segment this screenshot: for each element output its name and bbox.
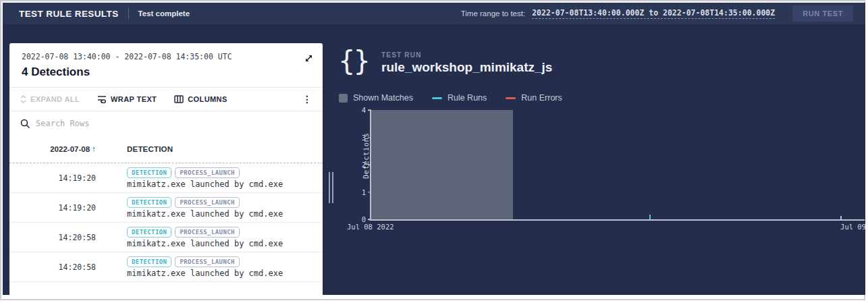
- table-header: 2022-07-08 ↑ DETECTION: [9, 136, 323, 163]
- detection-badge: DETECTION: [127, 227, 171, 238]
- detection-message: mimikatz.exe launched by cmd.exe: [127, 180, 283, 189]
- y-tick-label: 4: [362, 106, 366, 114]
- wrap-text-button[interactable]: WRAP TEXT: [97, 95, 157, 103]
- y-tick-mark: [368, 192, 371, 193]
- y-tick-mark: [368, 219, 371, 220]
- detection-message: mimikatz.exe launched by cmd.exe: [127, 239, 283, 248]
- columns-button[interactable]: COLUMNS: [174, 95, 227, 103]
- title-divider: [128, 8, 129, 19]
- detections-results-card: 2022-07-08 13:40:00 - 2022-07-08 14:35:0…: [9, 43, 323, 295]
- columns-icon: [174, 95, 184, 103]
- x-axis-label-end: Jul 09: [840, 223, 865, 231]
- results-toolbar: EXPAND ALL WRAP TEXT COLUMNS ⋮: [9, 87, 323, 111]
- panel-resize-handle[interactable]: [329, 172, 335, 203]
- y-tick-label: 1: [362, 188, 366, 196]
- detection-message: mimikatz.exe launched by cmd.exe: [127, 269, 283, 278]
- test-status-text: Test complete: [138, 9, 190, 18]
- legend-item-shown-matches[interactable]: Shown Matches: [339, 93, 413, 103]
- shown-matches-swatch: [339, 94, 348, 103]
- shown-matches-region: [371, 110, 513, 219]
- process-launch-badge: PROCESS_LAUNCH: [175, 256, 239, 267]
- rule-runs-swatch: [432, 97, 442, 99]
- detection-badge: DETECTION: [127, 197, 171, 208]
- test-run-label: TEST RUN: [381, 51, 422, 59]
- card-header: 2022-07-08 13:40:00 - 2022-07-08 14:35:0…: [9, 43, 323, 79]
- column-header-detection[interactable]: DETECTION: [127, 145, 173, 153]
- page-title: TEST RULE RESULTS: [19, 9, 119, 19]
- expand-collapse-icon: [20, 95, 26, 103]
- table-row[interactable]: 14:20:58 DETECTION PROCESS_LAUNCH mimika…: [9, 252, 323, 282]
- x-axis-end-tick: [840, 216, 842, 219]
- detections-count: 4 Detections: [22, 65, 313, 79]
- sort-ascending-icon: ↑: [92, 145, 96, 153]
- legend-item-run-errors[interactable]: Run Errors: [506, 93, 562, 103]
- run-test-button[interactable]: RUN TEST: [792, 5, 853, 22]
- process-launch-badge: PROCESS_LAUNCH: [175, 227, 239, 238]
- table-row[interactable]: 14:19:20 DETECTION PROCESS_LAUNCH mimika…: [9, 193, 323, 223]
- x-axis-label-start: Jul 08 2022: [347, 223, 394, 231]
- detections-table-body: 14:19:20 DETECTION PROCESS_LAUNCH mimika…: [9, 163, 323, 282]
- more-options-icon[interactable]: ⋮: [298, 93, 316, 105]
- time-range-value[interactable]: 2022-07-08T13:40:00.000Z to 2022-07-08T1…: [532, 8, 775, 19]
- run-errors-swatch: [506, 97, 516, 99]
- search-icon: [20, 119, 30, 129]
- detection-badge: DETECTION: [127, 167, 171, 178]
- expand-all-button[interactable]: EXPAND ALL: [20, 95, 80, 103]
- test-run-rule-name: rule_workshop_mimikatz_js: [381, 60, 552, 75]
- y-axis-label: Detections: [362, 133, 370, 179]
- expand-panel-icon[interactable]: [302, 52, 315, 64]
- table-row[interactable]: 14:19:20 DETECTION PROCESS_LAUNCH mimika…: [9, 163, 323, 193]
- top-bar-right: Time range to test: 2022-07-08T13:40:00.…: [461, 5, 853, 22]
- column-header-time[interactable]: 2022-07-08 ↑: [22, 145, 96, 153]
- wrap-text-icon: [97, 95, 107, 103]
- y-tick-mark: [368, 109, 371, 111]
- result-time-range: 2022-07-08 13:40:00 - 2022-07-08 14:35:0…: [22, 52, 313, 61]
- detections-chart: 01234 Detections Jul 08 2022 Jul 09: [370, 110, 865, 221]
- detection-badge: DETECTION: [127, 256, 171, 267]
- rule-run-marker: [649, 215, 651, 219]
- rule-braces-icon: {}: [338, 45, 369, 77]
- top-bar: TEST RULE RESULTS Test complete Time ran…: [3, 3, 865, 24]
- process-launch-badge: PROCESS_LAUNCH: [175, 167, 239, 178]
- detection-message: mimikatz.exe launched by cmd.exe: [127, 209, 283, 219]
- search-row: [9, 111, 323, 136]
- legend-item-rule-runs[interactable]: Rule Runs: [432, 93, 487, 103]
- time-range-label: Time range to test:: [461, 9, 525, 18]
- test-rule-results-app: TEST RULE RESULTS Test complete Time ran…: [3, 3, 865, 295]
- search-rows-input[interactable]: [36, 119, 312, 128]
- table-row[interactable]: 14:20:58 DETECTION PROCESS_LAUNCH mimika…: [9, 223, 323, 252]
- screenshot-frame: TEST RULE RESULTS Test complete Time ran…: [0, 0, 865, 300]
- process-launch-badge: PROCESS_LAUNCH: [175, 197, 239, 208]
- chart-legend: Shown Matches Rule Runs Run Errors: [339, 93, 562, 103]
